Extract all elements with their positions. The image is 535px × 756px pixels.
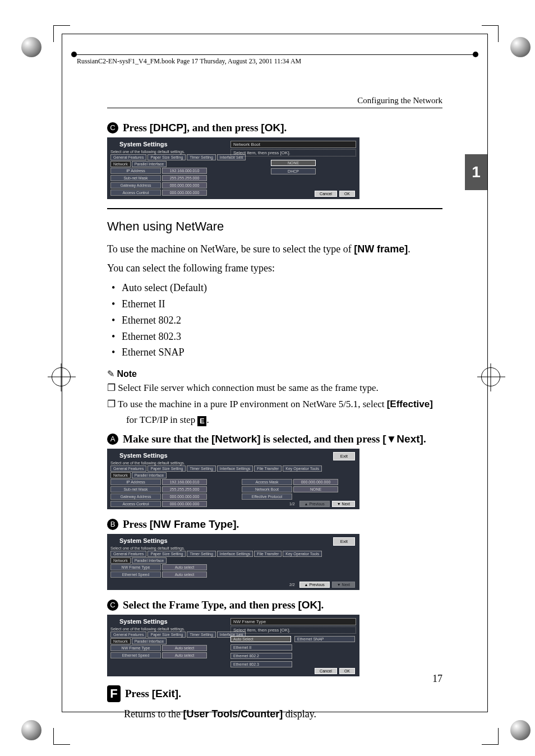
tab[interactable]: Paper Size Setting bbox=[147, 154, 186, 160]
btn-label-exit: [Exit] bbox=[152, 688, 179, 699]
field-ethspeed[interactable]: Ethernet Speed bbox=[110, 571, 161, 578]
decorative-ball bbox=[21, 37, 41, 57]
tab[interactable]: Paper Size Setting bbox=[147, 465, 186, 472]
btn-label-usertools: [User Tools/Counter] bbox=[183, 708, 283, 720]
panel-title: System Settings bbox=[119, 618, 168, 625]
list-item: Ethernet SNAP bbox=[122, 344, 442, 361]
panel-subtitle: Select one of the following default sett… bbox=[110, 150, 185, 154]
tab[interactable]: Timer Setting bbox=[187, 154, 215, 160]
option-ethernet8022[interactable]: Ethernet 802.2 bbox=[230, 653, 292, 659]
subtab-parallel[interactable]: Parallel Interface bbox=[132, 557, 167, 564]
value: Auto select bbox=[162, 645, 207, 651]
exit-button[interactable]: Exit bbox=[333, 537, 355, 546]
list-item: Ethernet 802.3 bbox=[122, 329, 442, 345]
subtab-network[interactable]: Network bbox=[110, 161, 131, 167]
tab[interactable]: General Features bbox=[110, 154, 146, 160]
field-nwframe[interactable]: NW Frame Type bbox=[110, 564, 161, 570]
value: 255.255.255.000 bbox=[162, 486, 207, 492]
subtab-network[interactable]: Network bbox=[110, 557, 131, 564]
step-text: . bbox=[237, 518, 239, 530]
option-ethernet8023[interactable]: Ethernet 802.3 bbox=[230, 661, 292, 667]
frame-type-list: Auto select (Default) Ethernet II Ethern… bbox=[107, 280, 442, 361]
tab[interactable]: File Transfer bbox=[254, 551, 282, 557]
field[interactable]: IP Address bbox=[110, 479, 161, 485]
page-frame: RussianC2-EN-sysF1_V4_FM.book Page 17 Th… bbox=[62, 34, 488, 712]
btn-label-nwframetype: [NW Frame Type] bbox=[150, 518, 237, 530]
panel-subtitle: Select one of the following default sett… bbox=[110, 461, 185, 465]
substep-a: A Make sure that the [Network] is select… bbox=[107, 433, 442, 445]
tab[interactable]: Timer Setting bbox=[187, 465, 215, 472]
step-ref-e: E bbox=[197, 416, 206, 426]
tab[interactable]: File Transfer bbox=[254, 465, 282, 472]
section-divider bbox=[107, 208, 442, 209]
field[interactable]: Network Boot bbox=[242, 486, 292, 492]
list-item: Ethernet 802.2 bbox=[122, 312, 442, 329]
option-ethernetsnap[interactable]: Ethernet SNAP bbox=[294, 636, 355, 642]
cancel-button[interactable]: Cancel bbox=[315, 191, 337, 197]
tab[interactable]: Interface Settings bbox=[217, 551, 253, 557]
right-panel-sub: Select item, then press [OK]. bbox=[230, 626, 356, 634]
field-ip[interactable]: IP Address bbox=[110, 168, 161, 174]
subtab-network[interactable]: Network bbox=[110, 472, 131, 478]
field[interactable]: Access Mask bbox=[242, 479, 292, 485]
header-rule bbox=[73, 54, 476, 55]
btn-label-nwframe: [NW frame] bbox=[354, 243, 408, 255]
field[interactable]: Sub-net Mask bbox=[110, 486, 161, 492]
header-cap-icon bbox=[71, 52, 77, 57]
step-text: Press bbox=[123, 518, 150, 530]
field-access[interactable]: Access Control bbox=[110, 190, 161, 196]
value: 192.168.000.010 bbox=[162, 479, 207, 485]
tab[interactable]: Paper Size Setting bbox=[147, 551, 186, 557]
exit-button[interactable]: Exit bbox=[333, 452, 355, 460]
book-meta: RussianC2-EN-sysF1_V4_FM.book Page 17 Th… bbox=[77, 57, 301, 66]
next-button[interactable]: ▼ Next bbox=[332, 501, 355, 507]
note-heading: Note bbox=[107, 368, 442, 379]
step-marker: A bbox=[107, 434, 118, 445]
tab[interactable]: General Features bbox=[110, 551, 146, 557]
option-autoselect[interactable]: Auto Select bbox=[230, 636, 291, 642]
body-text: To use the machine on NetWare, be sure t… bbox=[107, 243, 354, 255]
screenshot-nwframe-select: System Settings Select one of the follow… bbox=[107, 615, 359, 676]
section-heading: When using NetWare bbox=[107, 219, 442, 234]
step-f: F Press [Exit]. Returns to the [User Too… bbox=[107, 685, 442, 721]
step-text: Make sure that the bbox=[123, 433, 211, 445]
field[interactable]: Gateway Address bbox=[110, 494, 161, 500]
field[interactable]: Effective Protocol bbox=[242, 494, 292, 500]
substep-c: C Press [DHCP], and then press [OK]. bbox=[107, 122, 442, 134]
step-text: . bbox=[178, 688, 181, 699]
ok-button[interactable]: OK bbox=[339, 191, 355, 197]
subtab-parallel[interactable]: Parallel Interface bbox=[132, 638, 167, 644]
field-ethspeed[interactable]: Ethernet Speed bbox=[110, 652, 161, 658]
value: NONE bbox=[293, 486, 338, 492]
field-nwframe[interactable]: NW Frame Type bbox=[110, 645, 161, 651]
tab[interactable]: Timer Setting bbox=[187, 551, 215, 557]
option-dhcp[interactable]: DHCP bbox=[271, 168, 316, 174]
tab[interactable]: Key Operator Tools bbox=[283, 551, 322, 557]
ok-button[interactable]: OK bbox=[339, 668, 355, 674]
option-none[interactable]: NONE bbox=[271, 160, 316, 166]
cancel-button[interactable]: Cancel bbox=[315, 668, 337, 674]
tab[interactable]: Timer Setting bbox=[187, 631, 215, 638]
prev-button[interactable]: ▲ Previous bbox=[299, 582, 330, 588]
subtab-parallel[interactable]: Parallel Interface bbox=[132, 472, 167, 478]
btn-label-next: [▼Next] bbox=[382, 433, 423, 445]
subtab-network[interactable]: Network bbox=[110, 638, 131, 644]
screenshot-network-page2: System Settings Select one of the follow… bbox=[107, 534, 359, 590]
option-ethernet2[interactable]: Ethernet II bbox=[230, 644, 292, 651]
tab[interactable]: Interface Settings bbox=[217, 465, 253, 472]
field-subnet[interactable]: Sub-net Mask bbox=[110, 175, 161, 181]
value: 000.000.000.000 bbox=[162, 501, 207, 507]
field-gateway[interactable]: Gateway Address bbox=[110, 182, 161, 188]
value-gateway: 000.000.000.000 bbox=[162, 182, 207, 188]
field[interactable]: Access Control bbox=[110, 501, 161, 507]
page-number: 17 bbox=[432, 673, 442, 685]
subtab-parallel[interactable]: Parallel Interface bbox=[132, 161, 167, 167]
value: Auto select bbox=[162, 564, 207, 570]
tab[interactable]: Key Operator Tools bbox=[283, 465, 322, 472]
step-text: . bbox=[284, 122, 287, 133]
body-text: display. bbox=[283, 708, 316, 720]
tab[interactable]: Paper Size Setting bbox=[147, 631, 186, 638]
page-indicator: 2/2 bbox=[287, 582, 297, 588]
tab[interactable]: General Features bbox=[110, 465, 146, 472]
tab[interactable]: General Features bbox=[110, 631, 146, 638]
